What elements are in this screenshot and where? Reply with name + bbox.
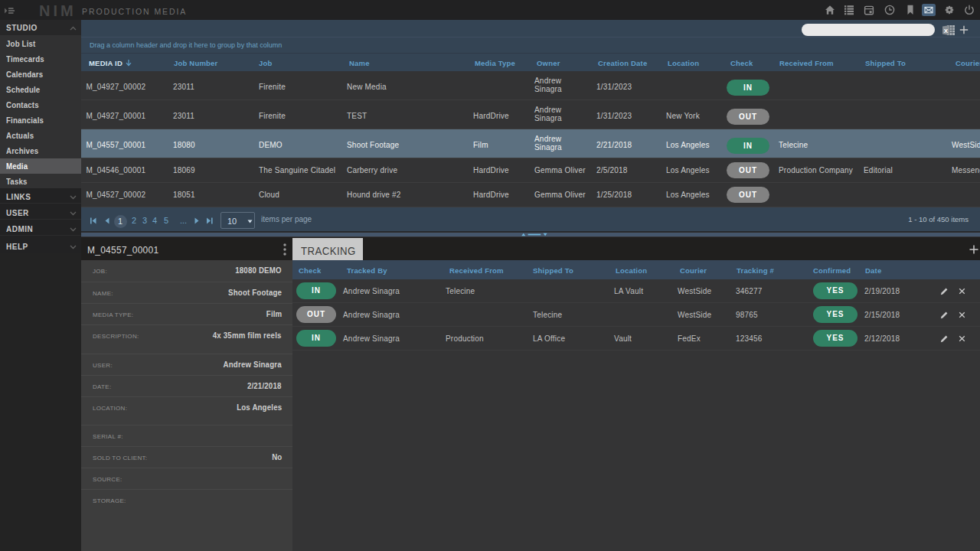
svg-text:X: X [944,28,949,34]
